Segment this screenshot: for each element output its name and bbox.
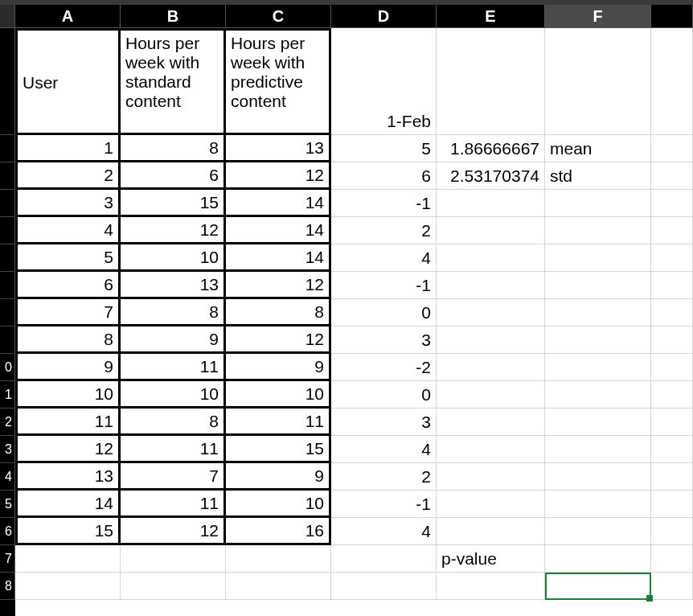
column-header-B[interactable]: B [121,5,226,28]
cell-B2[interactable]: 8 [121,135,226,162]
cell-F2[interactable]: mean [545,135,651,162]
cell-D2[interactable]: 5 [331,135,437,162]
column-header-F[interactable]: F [545,5,651,28]
cell-F5[interactable] [545,217,651,244]
cell-E7[interactable] [437,272,545,299]
select-all-corner[interactable] [0,5,15,28]
row-header[interactable]: 0 [0,354,15,381]
row-header[interactable] [0,299,15,326]
cell-C18[interactable] [226,573,331,600]
cell-E3[interactable]: 2.53170374 [437,162,545,190]
row-header[interactable] [0,190,15,217]
cell-A9[interactable]: 8 [15,326,121,354]
cell-C4[interactable]: 14 [226,190,331,217]
cell-G16[interactable] [651,518,693,545]
cell-A8[interactable]: 7 [15,299,121,326]
cell-F17[interactable] [545,545,651,573]
cell-B15[interactable]: 11 [121,491,226,518]
cell-B13[interactable]: 11 [121,436,226,463]
cell-A12[interactable]: 11 [15,409,121,436]
cell-B9[interactable]: 9 [121,326,226,354]
cell-D13[interactable]: 4 [331,436,437,463]
cell-G17[interactable] [651,545,693,573]
cell-B5[interactable]: 12 [121,217,226,244]
cell-B3[interactable]: 6 [121,162,226,190]
cell-B18[interactable] [121,573,226,600]
row-header[interactable]: 4 [0,463,15,491]
row-header[interactable]: 6 [0,518,15,545]
row-header[interactable]: 7 [0,545,15,573]
cell-C11[interactable]: 10 [226,381,331,409]
cell-D8[interactable]: 0 [331,299,437,326]
row-header[interactable]: 5 [0,491,15,518]
cell-G6[interactable] [651,244,693,272]
cell-A18[interactable] [15,573,121,600]
cell-F6[interactable] [545,244,651,272]
cell-D17[interactable] [331,545,437,573]
cell-C8[interactable]: 8 [226,299,331,326]
row-header[interactable] [0,162,15,190]
row-header[interactable] [0,244,15,272]
column-header-C[interactable]: C [226,5,331,28]
cell-F16[interactable] [545,518,651,545]
cell-D14[interactable]: 2 [331,463,437,491]
cell-G14[interactable] [651,463,693,491]
cell-A6[interactable]: 5 [15,244,121,272]
cell-C2[interactable]: 13 [226,135,331,162]
cell-D1[interactable]: 1-Feb [331,28,437,135]
cell-D15[interactable]: -1 [331,491,437,518]
cell-F3[interactable]: std [545,162,651,190]
cell-A16[interactable]: 15 [15,518,121,545]
cell-E16[interactable] [437,518,545,545]
cell-F10[interactable] [545,354,651,381]
cell-D18[interactable] [331,573,437,600]
cell-E4[interactable] [437,190,545,217]
cell-G3[interactable] [651,162,693,190]
cell-C17[interactable] [226,545,331,573]
cell-G11[interactable] [651,381,693,409]
cell-D6[interactable]: 4 [331,244,437,272]
cell-A5[interactable]: 4 [15,217,121,244]
cell-A10[interactable]: 9 [15,354,121,381]
cell-C7[interactable]: 12 [226,272,331,299]
cell-F11[interactable] [545,381,651,409]
cell-D12[interactable]: 3 [331,409,437,436]
cell-G2[interactable] [651,135,693,162]
cell-G7[interactable] [651,272,693,299]
cell-D9[interactable]: 3 [331,326,437,354]
cell-C16[interactable]: 16 [226,518,331,545]
cell-G15[interactable] [651,491,693,518]
cell-C14[interactable]: 9 [226,463,331,491]
cell-B16[interactable]: 12 [121,518,226,545]
row-header[interactable]: 8 [0,573,15,600]
row-header[interactable] [0,28,15,135]
cell-B14[interactable]: 7 [121,463,226,491]
column-header-D[interactable]: D [331,5,437,28]
cell-F7[interactable] [545,272,651,299]
column-header-G[interactable] [651,5,693,28]
cell-E13[interactable] [437,436,545,463]
cell-A1[interactable]: User [15,28,121,135]
cell-C10[interactable]: 9 [226,354,331,381]
cell-C12[interactable]: 11 [226,409,331,436]
cell-F1[interactable] [545,28,651,135]
cell-G4[interactable] [651,190,693,217]
cell-G8[interactable] [651,299,693,326]
cell-A11[interactable]: 10 [15,381,121,409]
cell-E8[interactable] [437,299,545,326]
cell-D16[interactable]: 4 [331,518,437,545]
cell-C15[interactable]: 10 [226,491,331,518]
cell-B11[interactable]: 10 [121,381,226,409]
cell-A15[interactable]: 14 [15,491,121,518]
row-header[interactable]: 1 [0,381,15,409]
cell-F8[interactable] [545,299,651,326]
cells-area[interactable]: User Hours per week with standard conten… [15,28,693,616]
cell-E14[interactable] [437,463,545,491]
cell-E9[interactable] [437,326,545,354]
cell-A7[interactable]: 6 [15,272,121,299]
cell-C9[interactable]: 12 [226,326,331,354]
row-header[interactable] [0,217,15,244]
cell-G1[interactable] [651,28,693,135]
cell-D11[interactable]: 0 [331,381,437,409]
row-header[interactable] [0,135,15,162]
